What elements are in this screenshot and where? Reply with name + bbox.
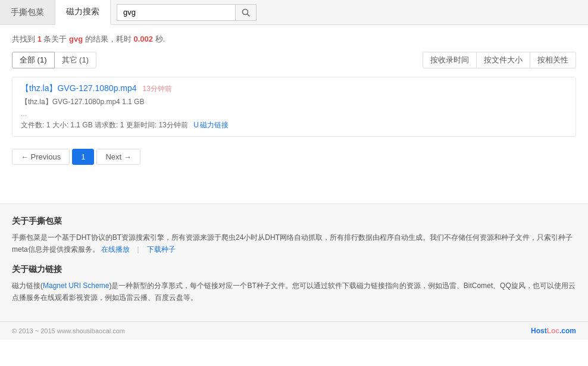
magnet-uri-link[interactable]: Magnet URI Scheme <box>43 281 109 290</box>
result-time-tag: 13分钟前 <box>142 85 171 93</box>
divider: ｜ <box>135 245 142 254</box>
info-section: 关于手撕包菜 手撕包菜是一个基于DHT协议的BT资源搜索引擎，所有资源来源于爬虫… <box>0 204 588 321</box>
about-text-1: 手撕包菜是一个基于DHT协议的BT资源搜索引擎，所有资源来源于爬虫24小时从DH… <box>12 232 576 256</box>
magnet-link[interactable]: U磁力链接 <box>193 121 229 129</box>
filter-bar: 全部 (1) 其它 (1) 按收录时间 按文件大小 按相关性 <box>12 52 576 68</box>
summary-suffix: 的结果，耗时 <box>85 35 132 43</box>
prev-button[interactable]: ← Previous <box>12 149 70 165</box>
result-summary: 共找到 1 条关于 gvg 的结果，耗时 0.002 秒. <box>12 34 576 45</box>
header: 手撕包菜 磁力搜索 <box>0 0 588 25</box>
pagination: ← Previous 1 Next → <box>12 149 576 165</box>
result-detail: 【thz.la】GVG-127.1080p.mp4 1.1 GB <box>21 97 567 107</box>
tab-magnet[interactable]: 磁力搜索 <box>55 0 111 25</box>
sort-by-relevance[interactable]: 按相关性 <box>530 52 576 68</box>
filter-left: 全部 (1) 其它 (1) <box>12 52 96 68</box>
tab-shousi[interactable]: 手撕包菜 <box>0 0 55 24</box>
result-title: 【thz.la】GVG-127.1080p.mp4 13分钟前 <box>21 83 567 94</box>
search-button[interactable] <box>236 4 257 21</box>
meta-size: 大小: 1.1 GB <box>52 121 93 129</box>
filter-all[interactable]: 全部 (1) <box>12 52 55 68</box>
search-icon <box>242 8 250 17</box>
sort-by-size[interactable]: 按文件大小 <box>477 52 530 68</box>
sort-by-time[interactable]: 按收录时间 <box>423 52 477 68</box>
result-title-link[interactable]: 【thz.la】GVG-127.1080p.mp4 <box>21 83 139 93</box>
sort-buttons: 按收录时间 按文件大小 按相关性 <box>423 52 576 68</box>
svg-line-1 <box>248 14 250 16</box>
summary-query: gvg <box>69 35 83 43</box>
summary-count: 1 <box>37 35 42 43</box>
result-item: 【thz.la】GVG-127.1080p.mp4 13分钟前 【thz.la】… <box>12 77 576 137</box>
copyright: © 2013 ~ 2015 www.shousibaocai.com <box>12 327 125 334</box>
about-heading-2: 关于磁力链接 <box>12 264 576 275</box>
download-seed-link[interactable]: 下载种子 <box>147 245 176 254</box>
search-input[interactable] <box>117 4 236 21</box>
summary-unit: 秒. <box>155 35 165 43</box>
meta-files: 文件数: 1 <box>21 121 50 129</box>
search-area <box>111 0 588 24</box>
main-content: 共找到 1 条关于 gvg 的结果，耗时 0.002 秒. 全部 (1) 其它 … <box>0 25 588 186</box>
next-button[interactable]: Next → <box>96 149 140 165</box>
result-dots: ... <box>21 110 567 118</box>
source-tag: 【thz.la】 <box>21 83 57 93</box>
filter-other[interactable]: 其它 (1) <box>55 52 97 68</box>
meta-time: 13分钟前 <box>158 121 187 129</box>
summary-time: 0.002 <box>133 35 153 43</box>
magnet-icon: U <box>193 121 199 129</box>
result-meta: 文件数: 1 大小: 1.1 GB 请求数: 1 更新时间: 13分钟前 U磁力… <box>21 120 567 130</box>
meta-requests: 请求数: 1 <box>95 121 124 129</box>
footer-bar: © 2013 ~ 2015 www.shousibaocai.com HostL… <box>0 321 588 340</box>
hostloc-badge: HostLoc.com <box>531 327 576 335</box>
online-play-link[interactable]: 在线播放 <box>101 245 130 254</box>
summary-middle: 条关于 <box>43 35 67 43</box>
about-text-2: 磁力链接(Magnet URI Scheme)是一种新型的分享形式，每个链接对应… <box>12 280 576 304</box>
summary-prefix: 共找到 <box>12 35 35 43</box>
about-heading-1: 关于手撕包菜 <box>12 216 576 227</box>
meta-updated: 更新时间: <box>126 121 157 129</box>
page-1-button[interactable]: 1 <box>72 149 94 165</box>
